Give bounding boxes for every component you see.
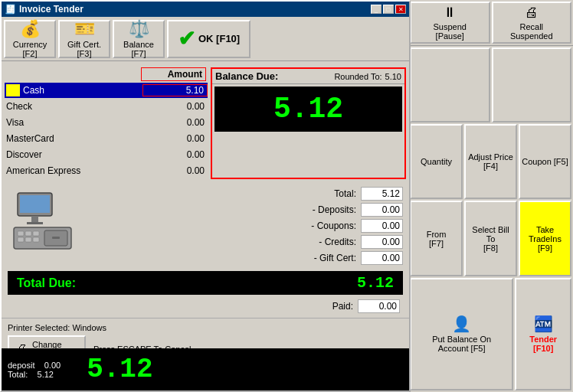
printer-selected-label: Printer Selected: [8, 323, 70, 332]
suspend-icon: ⏸ [443, 5, 457, 21]
svg-rect-6 [25, 231, 31, 236]
window-titlebar: 🧾 Invoice Tender _ □ ✕ [2, 2, 409, 17]
adjust-price-button[interactable]: Adjust Price [F4] [464, 124, 517, 199]
svg-rect-2 [31, 216, 38, 222]
coupons-value: 0.00 [361, 219, 403, 233]
balance-panel: Balance Due: Rounded To: 5.10 5.12 [211, 67, 406, 179]
payment-row-amex[interactable]: American Express 0.00 [5, 163, 208, 178]
svg-rect-7 [33, 231, 39, 236]
right-buttons-panel: Quantity Adjust Price [F4] Coupon [F5] F… [408, 46, 573, 392]
balance-account-icon: 👤 [452, 315, 471, 333]
deposits-value: 0.00 [361, 203, 403, 217]
deposits-label: - Deposits: [295, 204, 356, 215]
close-button[interactable]: ✕ [395, 5, 406, 14]
suspend-button[interactable]: ⏸ Suspend [Pause] [410, 2, 490, 44]
balance-icon: ⚖️ [129, 19, 149, 39]
total-due-bar: Total Due: 5.12 [8, 271, 403, 295]
payment-row-cash[interactable]: Cash 5.10 [5, 83, 208, 98]
payment-table: Amount Cash 5.10 Check 0.00 Visa 0.00 [5, 67, 208, 179]
window-icon: 🧾 [5, 4, 16, 15]
credits-value: 0.00 [361, 235, 403, 249]
right-btn-empty-2[interactable] [492, 47, 572, 122]
right-btn-empty-1[interactable] [410, 47, 490, 122]
gift-cert-icon: 🎫 [74, 19, 95, 39]
currency-button[interactable]: 💰 Currency [F2] [4, 20, 56, 58]
giftcert-label: - Gift Cert: [295, 253, 356, 263]
totals-table: Total: 5.12 - Deposits: 0.00 - Coupons: … [83, 187, 403, 265]
giftcert-value: 0.00 [361, 251, 403, 265]
ok-button[interactable]: ✔ OK [F10] [167, 20, 250, 58]
bottom-big-amount: 5.12 [87, 354, 152, 385]
select-bill-to-button[interactable]: Select Bill To [F8] [464, 201, 517, 276]
cash-yellow-indicator [6, 84, 20, 96]
rounded-to-value: 5.10 [385, 72, 401, 81]
put-balance-button[interactable]: 👤 Put Balance On Account [F5] [410, 278, 513, 390]
payment-row-check[interactable]: Check 0.00 [5, 99, 208, 114]
total-value: 5.12 [361, 187, 403, 201]
svg-rect-3 [27, 222, 43, 224]
amex-value: 0.00 [142, 165, 208, 176]
paid-value: 0.00 [358, 299, 400, 313]
rounded-to-label: Rounded To: [334, 72, 381, 81]
payment-row-discover[interactable]: Discover 0.00 [5, 147, 208, 162]
recall-icon: 🖨 [525, 5, 539, 21]
deposit-label: deposit [8, 361, 34, 370]
from-button[interactable]: From [F7] [410, 201, 463, 276]
take-tradeins-button[interactable]: Take TradeIns [F9] [519, 201, 571, 276]
total-due-value: 5.12 [357, 274, 394, 292]
svg-rect-5 [18, 231, 24, 236]
total-status-value: 5.12 [38, 370, 54, 379]
coupon-button[interactable]: Coupon [F5] [519, 124, 571, 199]
invoice-toolbar: 💰 Currency [F2] 🎫 Gift Cert. [F3] ⚖️ Bal… [2, 17, 409, 61]
invoice-tender-window: 🧾 Invoice Tender _ □ ✕ 💰 Currency [F2] 🎫… [0, 0, 411, 392]
window-title: Invoice Tender [19, 4, 83, 15]
credits-label: - Credits: [295, 237, 356, 247]
total-status-label: Total: [8, 370, 28, 379]
svg-rect-10 [33, 237, 39, 242]
ok-checkmark-icon: ✔ [178, 26, 195, 51]
currency-icon: 💰 [20, 19, 41, 39]
mastercard-value: 0.00 [142, 133, 208, 144]
bottom-status-bar: deposit 0.00 Total: 5.12 5.12 [2, 348, 409, 390]
payment-row-visa[interactable]: Visa 0.00 [5, 115, 208, 130]
discover-value: 0.00 [142, 149, 208, 160]
check-value: 0.00 [142, 101, 208, 112]
deposit-value: 0.00 [44, 361, 61, 370]
total-label: Total: [295, 188, 356, 199]
tender-button[interactable]: 🏧 Tender [F10] [515, 278, 571, 390]
svg-rect-8 [18, 237, 24, 242]
balance-button[interactable]: ⚖️ Balance [F7] [113, 20, 165, 58]
payment-row-mastercard[interactable]: MasterCard 0.00 [5, 131, 208, 146]
cash-value: 5.10 [142, 84, 208, 96]
minimize-button[interactable]: _ [371, 5, 381, 14]
maximize-button[interactable]: □ [383, 5, 394, 14]
visa-value: 0.00 [142, 117, 208, 128]
printer-name: Windows [72, 323, 106, 332]
recall-suspended-button[interactable]: 🖨 Recall Suspended [492, 2, 572, 44]
big-amount-display: 5.12 [214, 87, 402, 132]
svg-rect-9 [25, 237, 31, 242]
balance-due-label: Balance Due: [215, 70, 278, 82]
svg-rect-12 [52, 237, 60, 239]
paid-label: Paid: [332, 301, 353, 312]
amount-header: Amount [141, 67, 206, 81]
quantity-button[interactable]: Quantity [410, 124, 463, 199]
svg-rect-1 [20, 195, 50, 213]
coupons-label: - Coupons: [295, 220, 356, 231]
tender-icon: 🏧 [534, 315, 553, 333]
register-image [8, 187, 77, 256]
gift-cert-button[interactable]: 🎫 Gift Cert. [F3] [58, 20, 110, 58]
